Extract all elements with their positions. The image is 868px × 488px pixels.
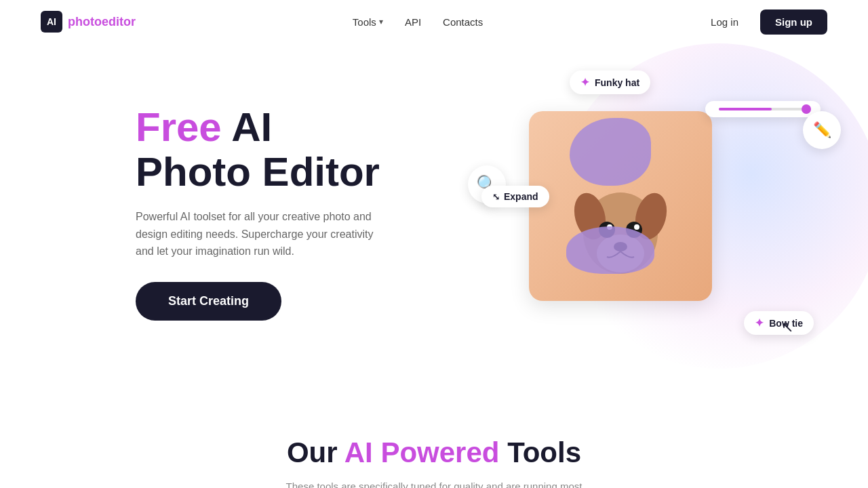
- nav-api[interactable]: API: [405, 16, 421, 28]
- slider-chip[interactable]: [705, 101, 821, 117]
- funky-hat-label: Funky hat: [595, 77, 639, 88]
- login-button[interactable]: Log in: [700, 11, 749, 33]
- hero-section: Free AI Photo Editor Powerful AI toolset…: [0, 43, 868, 396]
- hero-description: Powerful AI toolset for all your creativ…: [136, 208, 393, 260]
- expand-icon: ⤡: [492, 192, 500, 202]
- dog-illustration: [570, 165, 671, 294]
- bow-tie-chip: ✦ Bow tie: [744, 311, 814, 335]
- slider-thumb: [802, 104, 811, 114]
- logo-accent: editor: [102, 15, 136, 28]
- funky-hat-star-icon: ✦: [580, 76, 589, 89]
- svg-point-5: [626, 222, 642, 238]
- tools-title-accent: AI Powered: [344, 436, 500, 468]
- logo[interactable]: AI photoeditor: [41, 11, 136, 33]
- expand-chip[interactable]: ⤡ Expand: [481, 186, 549, 207]
- navbar: AI photoeditor Tools API Contacts Log in…: [0, 0, 868, 43]
- nav-links: Tools API Contacts: [353, 16, 483, 28]
- tools-title: Our AI Powered Tools: [41, 436, 827, 469]
- slider-track: [719, 108, 807, 110]
- hero-title: Free AI Photo Editor: [136, 105, 393, 195]
- tools-title-plain: Our: [287, 436, 338, 468]
- svg-point-6: [607, 224, 612, 230]
- logo-plain: photo: [68, 15, 102, 28]
- funky-hat-chip: ✦ Funky hat: [570, 70, 650, 94]
- bow-tie-star-icon: ✦: [755, 317, 764, 329]
- logo-icon-text: AI: [47, 16, 56, 27]
- hero-left: Free AI Photo Editor Powerful AI toolset…: [136, 105, 393, 321]
- cursor-icon: ↖: [781, 319, 793, 336]
- start-creating-button[interactable]: Start Creating: [136, 282, 281, 321]
- hero-title-accent: Free: [136, 104, 222, 150]
- signup-button[interactable]: Sign up: [760, 9, 827, 35]
- edit-chip[interactable]: ✏️: [803, 111, 841, 149]
- tools-description: These tools are specifically tuned for q…: [271, 479, 597, 488]
- expand-label: Expand: [504, 191, 538, 202]
- hero-illustration: ✦ Funky hat 🔍 ✏️ ⤡ Expand ✦ Bow tie: [488, 70, 827, 355]
- dog-card: [529, 111, 712, 301]
- svg-point-3: [597, 235, 644, 272]
- svg-point-7: [634, 224, 639, 230]
- logo-icon: AI: [41, 11, 62, 33]
- tools-section: Our AI Powered Tools These tools are spe…: [0, 396, 868, 488]
- edit-icon: ✏️: [813, 121, 831, 139]
- svg-point-8: [614, 242, 627, 251]
- logo-text: photoeditor: [68, 15, 136, 29]
- slider-fill: [719, 108, 772, 110]
- nav-tools[interactable]: Tools: [353, 16, 383, 28]
- tools-title-end: Tools: [507, 436, 581, 468]
- nav-contacts[interactable]: Contacts: [443, 16, 483, 28]
- nav-auth: Log in Sign up: [700, 9, 827, 35]
- svg-point-4: [599, 222, 615, 238]
